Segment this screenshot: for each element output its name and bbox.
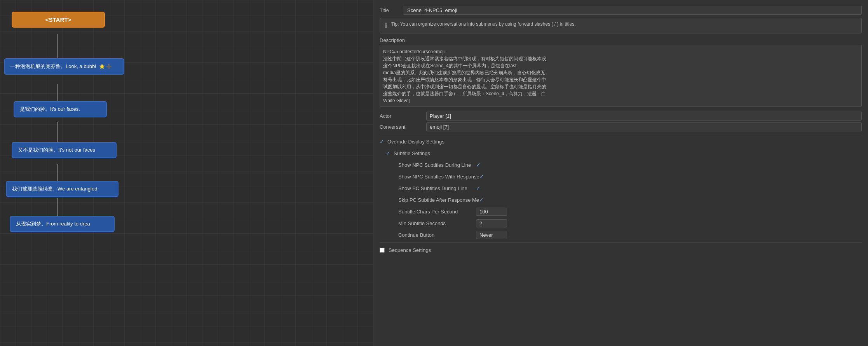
dialogue-node-3[interactable]: 又不是我们的脸。It's not our faces (12, 142, 117, 158)
subtitle-settings-label: Subtitle Settings (394, 150, 430, 156)
subtitle-settings-check[interactable]: ✓ (386, 150, 390, 156)
show-npc-during-label: Show NPC Subtitles During Line (398, 162, 476, 168)
connector-2 (58, 84, 58, 101)
node-4-label: 我们被那些脸纠缠。We are entangled (12, 186, 97, 192)
conversant-row: Conversant emoji [7] (380, 122, 862, 131)
min-subtitle-value[interactable]: 2 (476, 219, 507, 227)
dialogue-node-4[interactable]: 我们被那些脸纠缠。We are entangled (6, 181, 119, 197)
sequence-settings-row: Sequence Settings (380, 245, 862, 255)
subtitle-chars-row: Subtitle Chars Per Second 100 (380, 206, 862, 217)
show-pc-during-check[interactable]: ✓ (476, 185, 481, 191)
subtitle-settings-row: ✓ Subtitle Settings (380, 148, 862, 158)
override-display-label: Override Display Settings (387, 139, 444, 145)
title-value[interactable]: Scene_4-NPC5_emoji (403, 6, 862, 15)
description-textarea[interactable] (380, 45, 862, 107)
subtitle-chars-value[interactable]: 100 (476, 208, 507, 216)
dialogue-node-1[interactable]: 一种泡泡机般的克苏鲁。Look, a bubbl ⭐ ➕ (4, 58, 124, 75)
tip-text: Tip: You can organize conversations into… (391, 21, 575, 27)
title-label: Title (380, 7, 403, 13)
node-1-icons: ⭐ ➕ (99, 64, 112, 69)
tip-box: ℹ Tip: You can organize conversations in… (380, 18, 862, 33)
node-2-label: 是我们的脸。It's our faces. (20, 106, 80, 112)
dialogue-node-5[interactable]: 从现实到梦。From reality to drea (10, 216, 115, 232)
connector-3 (58, 122, 58, 142)
show-pc-during-label: Show PC Subtitles During Line (398, 185, 476, 191)
connector-1 (58, 34, 58, 58)
inspector-panel: Title Scene_4-NPC5_emoji ℹ Tip: You can … (373, 0, 868, 346)
continue-button-label: Continue Button (398, 232, 476, 238)
show-npc-during-check[interactable]: ✓ (476, 162, 481, 168)
sequence-settings-check[interactable] (380, 248, 385, 253)
actor-label: Actor (380, 113, 426, 119)
continue-button-value[interactable]: Never (476, 231, 507, 239)
min-subtitle-label: Min Subtitle Seconds (398, 220, 476, 226)
sequence-settings-label: Sequence Settings (389, 247, 431, 253)
actor-row: Actor Player [1] (380, 112, 862, 121)
actor-value[interactable]: Player [1] (426, 112, 862, 121)
override-display-row: ✓ Override Display Settings (380, 136, 862, 147)
subtitle-chars-label: Subtitle Chars Per Second (398, 209, 476, 215)
start-node[interactable]: <START> (12, 12, 105, 28)
show-npc-response-label: Show NPC Subtitles With Response (398, 174, 479, 180)
dialogue-node-2[interactable]: 是我们的脸。It's our faces. (14, 101, 107, 117)
divider-1 (380, 134, 862, 134)
connector-5 (58, 198, 58, 216)
skip-pc-row: Skip PC Subtitle After Response Me ✓ (380, 195, 862, 205)
show-npc-during-row: Show NPC Subtitles During Line ✓ (380, 160, 862, 170)
start-node-label: <START> (45, 16, 71, 23)
show-pc-during-row: Show PC Subtitles During Line ✓ (380, 183, 862, 193)
node-5-label: 从现实到梦。From reality to drea (16, 221, 90, 227)
min-subtitle-row: Min Subtitle Seconds 2 (380, 218, 862, 228)
graph-panel[interactable]: <START> 一种泡泡机般的克苏鲁。Look, a bubbl ⭐ ➕ 是我们… (0, 0, 373, 346)
skip-pc-check[interactable]: ✓ (479, 197, 484, 203)
title-row: Title Scene_4-NPC5_emoji (380, 5, 862, 16)
divider-2 (380, 242, 862, 243)
connector-4 (58, 164, 58, 181)
node-1-label: 一种泡泡机般的克苏鲁。Look, a bubbl (10, 63, 96, 69)
show-npc-response-row: Show NPC Subtitles With Response ✓ (380, 171, 862, 182)
conversant-value[interactable]: emoji [7] (426, 122, 862, 131)
show-npc-response-check[interactable]: ✓ (479, 173, 484, 180)
description-label: Description (380, 37, 862, 43)
conversant-label: Conversant (380, 124, 426, 130)
tip-icon: ℹ (385, 21, 387, 30)
skip-pc-label: Skip PC Subtitle After Response Me (398, 197, 479, 203)
continue-button-row: Continue Button Never (380, 230, 862, 240)
override-display-check[interactable]: ✓ (380, 138, 384, 145)
node-3-label: 又不是我们的脸。It's not our faces (18, 147, 95, 153)
